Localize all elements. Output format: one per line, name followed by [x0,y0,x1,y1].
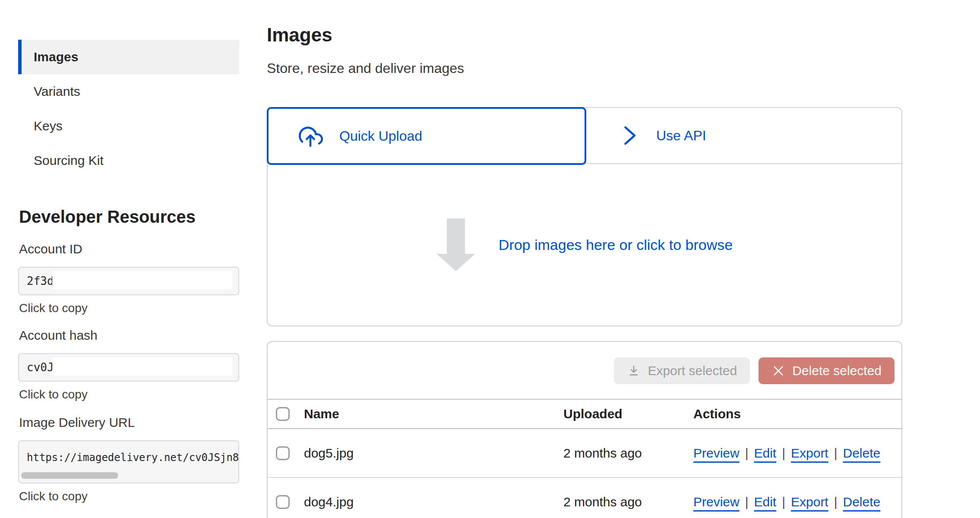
delete-selected-button[interactable]: Delete selected [759,357,895,384]
image-delivery-url-field: Image Delivery URL https://imagedelivery… [18,415,239,503]
sidebar-item-keys[interactable]: Keys [18,109,239,143]
upload-tab-strip: Quick Upload Use API [268,108,901,164]
sidebar-item-label: Sourcing Kit [34,153,104,168]
redacted-value-mask [52,357,232,376]
image-name: dog5.jpg [304,446,563,461]
account-id-value: 2f3d [27,275,54,287]
select-all-checkbox[interactable] [276,407,290,421]
cloud-upload-icon [296,124,325,148]
redacted-value-mask [52,271,232,289]
tab-quick-upload[interactable]: Quick Upload [267,107,586,165]
sidebar-item-sourcing-kit[interactable]: Sourcing Kit [18,143,239,178]
tab-use-api-label: Use API [656,128,706,144]
image-delivery-url-value: https://imagedelivery.net/cv0JSjn80 [27,452,239,464]
edit-link[interactable]: Edit [754,446,777,460]
down-arrow-icon [436,218,475,271]
upload-card: Quick Upload Use API Drop images here or… [267,107,902,326]
page-subtitle: Store, resize and deliver images [267,60,464,76]
sidebar-item-label: Images [34,50,78,64]
export-link[interactable]: Export [791,495,828,509]
row-actions: Preview|Edit|Export|Delete [693,495,901,509]
sidebar-item-label: Variants [34,84,80,99]
image-name: dog4.jpg [304,495,563,509]
preview-link[interactable]: Preview [693,446,740,460]
sidebar-item-variants[interactable]: Variants [18,74,239,109]
sidebar-item-images[interactable]: Images [18,40,239,74]
uploaded-time: 2 months ago [563,446,693,461]
table-header-row: Name Uploaded Actions [268,399,901,429]
row-checkbox[interactable] [276,495,290,509]
image-delivery-url-label: Image Delivery URL [19,415,239,430]
dropzone-text: Drop images here or click to browse [499,237,733,253]
account-id-field: Account ID 2f3d Click to copy [18,242,239,315]
account-id-value-box[interactable]: 2f3d [18,267,239,295]
column-header-actions: Actions [693,407,901,421]
click-to-copy-hint: Click to copy [19,490,239,503]
export-link[interactable]: Export [791,446,828,460]
page-title: Images [267,24,332,46]
row-actions: Preview|Edit|Export|Delete [693,446,901,461]
image-library-card: Export selected Delete selected Name Upl… [267,341,902,518]
table-row: dog5.jpg 2 months ago Preview|Edit|Expor… [268,429,901,478]
tab-use-api[interactable]: Use API [620,108,706,163]
row-checkbox[interactable] [276,446,290,460]
account-hash-label: Account hash [19,328,239,343]
account-hash-field: Account hash cv0J Click to copy [18,328,239,401]
cloudflare-images-page: Images Variants Keys Sourcing Kit Develo… [0,0,980,518]
delete-selected-label: Delete selected [792,363,882,378]
developer-resources-heading: Developer Resources [19,207,196,227]
export-selected-button[interactable]: Export selected [614,357,750,384]
account-hash-value: cv0J [27,361,54,374]
chevron-right-icon [620,124,639,147]
tab-quick-upload-label: Quick Upload [339,128,422,144]
uploaded-time: 2 months ago [563,495,693,509]
library-toolbar: Export selected Delete selected [268,342,901,399]
account-id-label: Account ID [19,242,239,256]
sidebar: Images Variants Keys Sourcing Kit Develo… [18,40,239,178]
image-dropzone[interactable]: Drop images here or click to browse [268,164,901,325]
delete-link[interactable]: Delete [843,446,881,460]
table-row: dog4.jpg 2 months ago Preview|Edit|Expor… [268,478,901,518]
click-to-copy-hint: Click to copy [19,301,239,315]
download-icon [627,364,641,378]
preview-link[interactable]: Preview [693,495,740,509]
click-to-copy-hint: Click to copy [19,388,239,401]
account-hash-value-box[interactable]: cv0J [18,353,239,382]
export-selected-label: Export selected [648,363,737,378]
column-header-name: Name [304,407,563,421]
sidebar-item-label: Keys [34,119,63,133]
x-icon [771,364,785,378]
delete-link[interactable]: Delete [843,495,881,509]
horizontal-scrollbar[interactable] [21,472,118,479]
edit-link[interactable]: Edit [754,495,777,509]
column-header-uploaded: Uploaded [563,407,693,421]
image-delivery-url-value-box[interactable]: https://imagedelivery.net/cv0JSjn80 [18,440,239,483]
